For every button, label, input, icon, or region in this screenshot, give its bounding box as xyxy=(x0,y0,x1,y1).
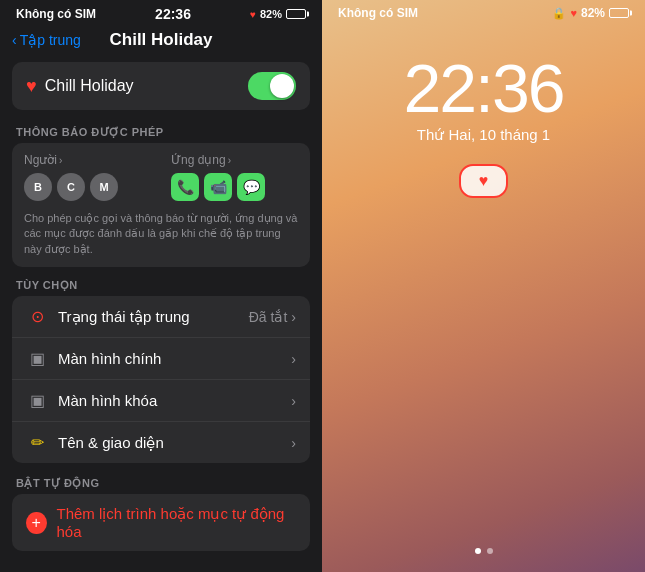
app-icons-row: 📞 📹 💬 xyxy=(171,173,298,201)
auto-add-left: + Thêm lịch trình hoặc mục tự động hóa xyxy=(26,505,296,540)
perm-apps-label[interactable]: Ứng dụng › xyxy=(171,153,298,167)
heart-right-icon: ♥ xyxy=(570,7,577,19)
dot-2 xyxy=(487,548,493,554)
right-panel: Không có SIM 🔒 ♥ 82% 22:36 Thứ Hai, 10 t… xyxy=(322,0,645,572)
option-focus-status[interactable]: ⊙ Trạng thái tập trung Đã tắt › xyxy=(12,296,310,338)
nav-title: Chill Holiday xyxy=(110,30,213,50)
auto-add-label: Thêm lịch trình hoặc mục tự động hóa xyxy=(57,505,297,540)
permissions-box: Người › B C M Ứng dụng › 📞 📹 💬 xyxy=(12,143,310,267)
left-panel: Không có SIM 22:36 ♥ 82% ‹ Tập trung Chi… xyxy=(0,0,322,572)
perm-desc: Cho phép cuộc gọi và thông báo từ người,… xyxy=(24,211,298,257)
battery-bar-left xyxy=(286,9,306,19)
lockscreen-focus-widget: ♥ xyxy=(459,164,509,198)
time-left: 22:36 xyxy=(155,6,191,22)
app-messages-icon: 💬 xyxy=(237,173,265,201)
no-sim-left: Không có SIM xyxy=(16,7,96,21)
focus-toggle-switch[interactable] xyxy=(248,72,296,100)
avatar-row: B C M xyxy=(24,173,151,201)
right-status-right: 🔒 ♥ 82% xyxy=(552,6,629,20)
option-lock-screen[interactable]: ▣ Màn hình khóa › xyxy=(12,380,310,422)
option-name-appearance[interactable]: ✏ Tên & giao diện › xyxy=(12,422,310,463)
option-name-right: › xyxy=(291,435,296,451)
perm-apps-col: Ứng dụng › 📞 📹 💬 xyxy=(171,153,298,201)
lockscreen-date: Thứ Hai, 10 tháng 1 xyxy=(417,126,550,144)
name-chevron-icon: › xyxy=(291,435,296,451)
battery-right-left: ♥ 82% xyxy=(250,8,306,20)
perm-row: Người › B C M Ứng dụng › 📞 📹 💬 xyxy=(24,153,298,201)
perm-people-label[interactable]: Người › xyxy=(24,153,151,167)
lockscreen-background: Không có SIM 🔒 ♥ 82% 22:36 Thứ Hai, 10 t… xyxy=(322,0,645,572)
people-chevron-icon: › xyxy=(59,155,62,166)
lockscreen-time: 22:36 xyxy=(403,54,563,122)
option-lock-screen-right: › xyxy=(291,393,296,409)
heart-status-icon: ♥ xyxy=(250,9,256,20)
name-appearance-icon: ✏ xyxy=(26,433,48,452)
option-name-left: ✏ Tên & giao diện xyxy=(26,433,164,452)
battery-pct-right: 82% xyxy=(581,6,605,20)
focus-status-value: Đã tắt xyxy=(249,309,288,325)
apps-chevron-icon: › xyxy=(228,155,231,166)
avatar-b: B xyxy=(24,173,52,201)
status-bar-left: Không có SIM 22:36 ♥ 82% xyxy=(0,0,322,26)
option-main-screen-left: ▣ Màn hình chính xyxy=(26,349,161,368)
focus-status-chevron-icon: › xyxy=(291,309,296,325)
main-screen-chevron-icon: › xyxy=(291,351,296,367)
chevron-left-icon: ‹ xyxy=(12,32,17,48)
battery-bar-right xyxy=(609,8,629,18)
option-main-screen[interactable]: ▣ Màn hình chính › xyxy=(12,338,310,380)
option-main-screen-right: › xyxy=(291,351,296,367)
focus-toggle-left: ♥ Chill Holiday xyxy=(26,76,134,97)
dot-1 xyxy=(475,548,481,554)
name-appearance-label: Tên & giao diện xyxy=(58,434,164,452)
focus-heart-icon: ♥ xyxy=(26,76,37,97)
lock-screen-label: Màn hình khóa xyxy=(58,392,157,409)
avatar-c: C xyxy=(57,173,85,201)
auto-list: + Thêm lịch trình hoặc mục tự động hóa xyxy=(12,494,310,551)
focus-status-label: Trạng thái tập trung xyxy=(58,308,190,326)
options-section-header: TÙY CHỌN xyxy=(0,275,322,296)
add-automation-icon: + xyxy=(26,512,47,534)
lockscreen-heart-icon: ♥ xyxy=(479,172,489,190)
nav-bar: ‹ Tập trung Chill Holiday xyxy=(0,26,322,58)
app-phone-icon: 📞 xyxy=(171,173,199,201)
focus-toggle-row: ♥ Chill Holiday xyxy=(12,62,310,110)
options-list: ⊙ Trạng thái tập trung Đã tắt › ▣ Màn hì… xyxy=(12,296,310,463)
permissions-section-header: THÔNG BÁO ĐƯỢC PHÉP xyxy=(0,122,322,143)
app-facetime-icon: 📹 xyxy=(204,173,232,201)
no-sim-right: Không có SIM xyxy=(338,6,418,20)
option-focus-status-right: Đã tắt › xyxy=(249,309,296,325)
auto-section-header: BẬT TỰ ĐỘNG xyxy=(0,473,322,494)
lock-screen-chevron-icon: › xyxy=(291,393,296,409)
focus-status-icon: ⊙ xyxy=(26,307,48,326)
lock-icon: 🔒 xyxy=(552,7,566,20)
right-status-bar: Không có SIM 🔒 ♥ 82% xyxy=(322,0,645,24)
option-lock-screen-left: ▣ Màn hình khóa xyxy=(26,391,157,410)
option-focus-status-left: ⊙ Trạng thái tập trung xyxy=(26,307,190,326)
back-label: Tập trung xyxy=(20,32,81,48)
lock-screen-icon: ▣ xyxy=(26,391,48,410)
avatar-m: M xyxy=(90,173,118,201)
page-dots xyxy=(475,548,493,554)
main-screen-icon: ▣ xyxy=(26,349,48,368)
focus-name: Chill Holiday xyxy=(45,77,134,95)
main-screen-label: Màn hình chính xyxy=(58,350,161,367)
battery-pct-left: 82% xyxy=(260,8,282,20)
back-button[interactable]: ‹ Tập trung xyxy=(12,32,81,48)
perm-people-col: Người › B C M xyxy=(24,153,151,201)
auto-add-item[interactable]: + Thêm lịch trình hoặc mục tự động hóa xyxy=(12,494,310,551)
